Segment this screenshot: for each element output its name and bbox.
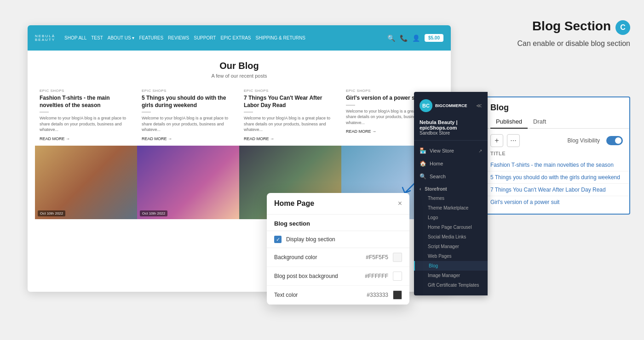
- text-color-value: #333333: [367, 292, 388, 298]
- phone-icon: 📞: [400, 34, 408, 42]
- nav-link[interactable]: FEATURES: [139, 35, 163, 40]
- blog-card-excerpt: Welcome to your blog!A blog is a great p…: [244, 115, 337, 133]
- blog-hero-title: Our Blog: [28, 61, 451, 71]
- text-color-label: Text color: [274, 292, 362, 298]
- store-icon: 🏪: [420, 147, 426, 154]
- nav-link[interactable]: ABOUT US ▾: [108, 35, 135, 40]
- tab-draft[interactable]: Draft: [528, 116, 552, 128]
- blog-list-panel: Blog Published Draft + ··· Blog Visibili…: [483, 96, 630, 215]
- nav-link[interactable]: SUPPORT: [194, 35, 216, 40]
- nav-links: SHOP ALL TEST ABOUT US ▾ FEATURES REVIEW…: [64, 35, 382, 40]
- modal-header: Home Page ×: [267, 193, 409, 215]
- bc-sub-gift-certs[interactable]: Gift Certificate Templates: [414, 280, 488, 290]
- blog-list-item[interactable]: Fashion T-shirts - the main novelties of…: [484, 159, 629, 171]
- blog-card-category: EPIC SHOPS: [40, 89, 132, 93]
- bc-sub-home-carousel[interactable]: Home Page Carousel: [414, 222, 488, 232]
- bg-color-label: Background color: [274, 254, 361, 261]
- c-badge: C: [615, 20, 630, 35]
- more-options-button[interactable]: ···: [507, 134, 520, 147]
- modal-close-button[interactable]: ×: [398, 199, 402, 208]
- chevron-left-icon: ‹: [420, 187, 421, 192]
- search-icon: 🔍: [420, 173, 426, 180]
- bc-logo-icon: BC: [420, 99, 432, 112]
- bc-sub-web-pages[interactable]: Web Pages: [414, 251, 488, 261]
- bc-sub-themes[interactable]: Themes: [414, 193, 488, 203]
- bc-nav-search[interactable]: 🔍 Search: [414, 170, 488, 183]
- cart-button[interactable]: $5.00: [425, 34, 443, 42]
- store-navigation: NEBULÀ BEAUTY SHOP ALL TEST ABOUT US ▾ F…: [28, 25, 451, 51]
- blog-visibility-toggle[interactable]: [606, 136, 623, 145]
- nav-link[interactable]: REVIEWS: [168, 35, 189, 40]
- blog-card-category: EPIC SHOPS: [142, 89, 235, 93]
- nav-link[interactable]: EPIC EXTRAS: [220, 35, 251, 40]
- store-logo: NEBULÀ BEAUTY: [35, 34, 55, 42]
- nav-icons: 🔍 📞 👤 $5.00: [387, 34, 443, 42]
- blog-card-readmore[interactable]: READ MORE →: [142, 136, 235, 141]
- bigcommerce-sidebar: BC BIGCOMMERCE ≪ Nebula Beauty | epicSho…: [414, 92, 488, 295]
- blog-card-excerpt: Welcome to your blog!A blog is a great p…: [142, 115, 235, 133]
- blog-card-divider: [142, 112, 151, 113]
- modal-section-title: Blog section: [267, 215, 409, 231]
- nav-link[interactable]: TEST: [91, 35, 103, 40]
- bc-logo: BC BIGCOMMERCE: [420, 99, 467, 112]
- right-panel: Blog Section C Can enable or disable blo…: [474, 18, 630, 49]
- post-bg-value: #FFFFFF: [365, 273, 388, 279]
- nav-link[interactable]: SHIPPING & RETURNS: [256, 35, 305, 40]
- blog-visibility-label: Blog Visibility: [568, 137, 600, 144]
- blog-card-readmore[interactable]: READ MORE →: [40, 136, 132, 141]
- tab-published[interactable]: Published: [490, 116, 528, 129]
- bg-color-value: #F5F5F5: [366, 254, 388, 261]
- blog-image-2: Oct 10th 2022: [137, 146, 239, 219]
- blog-card-excerpt: Welcome to your blog!A blog is a great p…: [40, 115, 132, 133]
- bc-sub-blog[interactable]: Blog: [414, 261, 488, 271]
- bc-logo-row: BC BIGCOMMERCE ≪: [414, 97, 488, 117]
- post-bg-row: Blog post box background #FFFFFF: [267, 267, 409, 286]
- account-icon[interactable]: 👤: [412, 34, 420, 42]
- text-color-swatch[interactable]: [393, 290, 402, 300]
- bg-color-row: Background color #F5F5F5: [267, 248, 409, 267]
- bc-store-name: Nebula Beauty | epicShops.com Sandbox St…: [414, 117, 488, 141]
- post-bg-label: Blog post box background: [274, 273, 360, 279]
- bc-nav-home[interactable]: 🏠 Home: [414, 157, 488, 170]
- blog-list-item[interactable]: Girl's version of a power suit: [484, 196, 629, 208]
- blog-card-divider: [40, 112, 49, 113]
- bc-storefront-section[interactable]: ‹ Storefront: [414, 183, 488, 193]
- external-link-icon: ↗: [478, 148, 482, 153]
- bc-nav-view-store[interactable]: 🏪 View Store ↗: [414, 144, 488, 157]
- blog-list-item[interactable]: 7 Things You Can't Wear After Labor Day …: [484, 184, 629, 196]
- bc-sub-logo[interactable]: Logo: [414, 213, 488, 222]
- blog-image-placeholder: Oct 10th 2022: [137, 146, 239, 219]
- bc-sub-script-manager[interactable]: Script Manager: [414, 242, 488, 251]
- post-bg-swatch[interactable]: [393, 272, 402, 281]
- bc-sub-image-manager[interactable]: Image Manager: [414, 271, 488, 280]
- blog-list-items: Fashion T-shirts - the main novelties of…: [484, 159, 629, 208]
- modal-title: Home Page: [274, 199, 314, 208]
- blog-card-title: 5 Things you should do with the girls du…: [142, 95, 235, 109]
- bg-color-swatch[interactable]: [393, 253, 402, 262]
- blog-section-subtitle: Can enable or disable blog section: [474, 39, 630, 49]
- sidebar-collapse-button[interactable]: ≪: [476, 102, 482, 109]
- blog-tabs: Published Draft: [484, 116, 629, 129]
- nav-link[interactable]: SHOP ALL: [64, 35, 86, 40]
- blog-card-divider: [346, 105, 355, 106]
- add-post-button[interactable]: +: [490, 134, 503, 147]
- blog-card: EPIC SHOPS 5 Things you should do with t…: [137, 84, 239, 146]
- bc-sub-social[interactable]: Social Media Links: [414, 232, 488, 242]
- home-icon: 🏠: [420, 160, 426, 167]
- blog-list-item[interactable]: 5 Things you should do with the girls du…: [484, 171, 629, 184]
- search-icon[interactable]: 🔍: [387, 34, 395, 42]
- blog-card: EPIC SHOPS 7 Things You Can't Wear After…: [239, 84, 341, 146]
- blog-hero-subtitle: A few of our recent posts: [28, 73, 451, 79]
- bc-sub-theme-marketplace[interactable]: Theme Marketplace: [414, 203, 488, 213]
- home-page-modal: Home Page × Blog section ✓ Display blog …: [267, 193, 409, 305]
- blog-toolbar: + ··· Blog Visibility: [484, 132, 629, 151]
- blog-cards-grid: EPIC SHOPS Fashion T-shirts - the main n…: [28, 84, 451, 146]
- display-blog-checkbox[interactable]: ✓: [274, 236, 282, 243]
- blog-image-1: Oct 10th 2022: [35, 146, 137, 219]
- blog-panel-title: Blog: [484, 103, 629, 116]
- blog-card-readmore[interactable]: READ MORE →: [244, 136, 337, 141]
- blog-card-title: 7 Things You Can't Wear After Labor Day …: [244, 95, 337, 109]
- blog-card-title: Fashion T-shirts - the main novelties of…: [40, 95, 132, 109]
- blog-image-placeholder: Oct 10th 2022: [35, 146, 137, 219]
- blog-card: EPIC SHOPS Fashion T-shirts - the main n…: [35, 84, 137, 146]
